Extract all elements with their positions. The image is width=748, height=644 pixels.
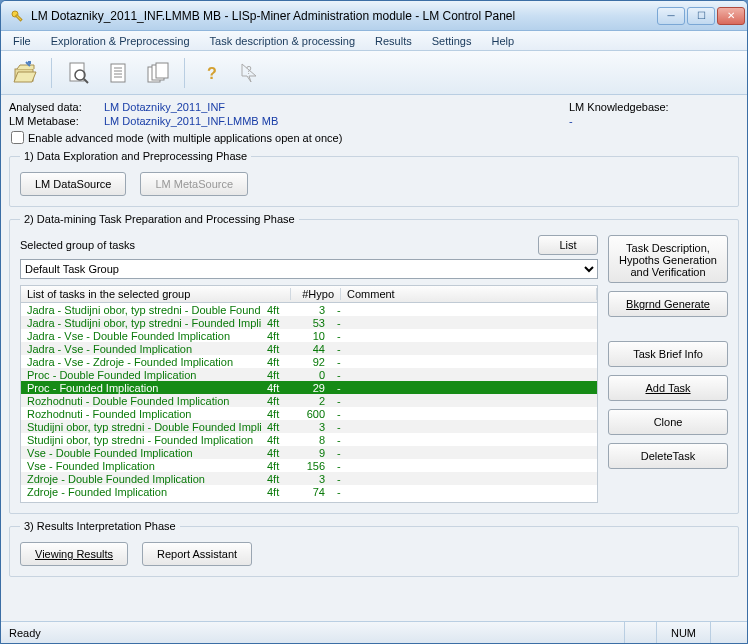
delete-task-button[interactable]: DeleteTask (608, 443, 728, 469)
task-row[interactable]: Studijni obor, typ stredni - Founded Imp… (21, 433, 597, 446)
svg-rect-1 (16, 14, 22, 20)
task-row[interactable]: Jadra - Studijni obor, typ stredni - Fou… (21, 316, 597, 329)
task-row[interactable]: Proc - Double Founded Implication4ft0- (21, 368, 597, 381)
knowledgebase-value[interactable]: - (569, 115, 739, 127)
task-type: 4ft (261, 434, 291, 446)
col-hypo-header[interactable]: #Hypo (291, 288, 341, 300)
task-row[interactable]: Rozhodnuti - Founded Implication4ft600- (21, 407, 597, 420)
task-name: Vse - Double Founded Implication (21, 447, 261, 459)
task-hypo: 8 (291, 434, 331, 446)
task-row[interactable]: Vse - Founded Implication4ft156- (21, 459, 597, 472)
task-comment: - (331, 343, 597, 355)
task-hypo: 0 (291, 369, 331, 381)
menu-help[interactable]: Help (483, 33, 522, 49)
task-row[interactable]: Jadra - Vse - Founded Implication4ft44- (21, 342, 597, 355)
task-hypo: 2 (291, 395, 331, 407)
selected-group-label: Selected group of tasks (20, 239, 530, 251)
task-hypo: 29 (291, 382, 331, 394)
clone-button[interactable]: Clone (608, 409, 728, 435)
toolbar-whatsthis-icon[interactable]: ? (233, 55, 269, 91)
status-blank (624, 622, 656, 643)
menu-file[interactable]: File (5, 33, 39, 49)
toolbar-preview-icon[interactable] (60, 55, 96, 91)
task-row[interactable]: Jadra - Vse - Double Founded Implication… (21, 329, 597, 342)
task-hypo: 156 (291, 460, 331, 472)
status-ready: Ready (9, 627, 41, 639)
close-button[interactable]: ✕ (717, 7, 745, 25)
toolbar-doc-icon[interactable] (100, 55, 136, 91)
task-row[interactable]: Rozhodnuti - Double Founded Implication4… (21, 394, 597, 407)
task-name: Vse - Founded Implication (21, 460, 261, 472)
menu-exploration[interactable]: Exploration & Preprocessing (43, 33, 198, 49)
status-num: NUM (656, 622, 710, 643)
app-window: LM Dotazniky_2011_INF.LMMB MB - LISp-Min… (0, 0, 748, 644)
task-comment: - (331, 460, 597, 472)
task-name: Studijni obor, typ stredni - Founded Imp… (21, 434, 261, 446)
task-type: 4ft (261, 460, 291, 472)
phase3-fieldset: 3) Results Interpretation Phase Viewing … (9, 520, 739, 577)
lm-metasource-button: LM MetaSource (140, 172, 248, 196)
report-assistant-button[interactable]: Report Assistant (142, 542, 252, 566)
task-comment: - (331, 447, 597, 459)
advanced-mode-checkbox[interactable] (11, 131, 24, 144)
list-button[interactable]: List (538, 235, 598, 255)
task-name: Rozhodnuti - Founded Implication (21, 408, 261, 420)
task-list-header: List of tasks in the selected group #Hyp… (20, 285, 598, 303)
menu-settings[interactable]: Settings (424, 33, 480, 49)
task-row[interactable]: Studijni obor, typ stredni - Double Foun… (21, 420, 597, 433)
task-row[interactable]: Jadra - Studijni obor, typ stredni - Dou… (21, 303, 597, 316)
toolbar-docs-icon[interactable] (140, 55, 176, 91)
menu-results[interactable]: Results (367, 33, 420, 49)
task-type: 4ft (261, 330, 291, 342)
titlebar[interactable]: LM Dotazniky_2011_INF.LMMB MB - LISp-Min… (1, 1, 747, 31)
toolbar-open-icon[interactable] (7, 55, 43, 91)
task-row[interactable]: Proc - Founded Implication4ft29- (21, 381, 597, 394)
lm-datasource-button[interactable]: LM DataSource (20, 172, 126, 196)
task-row[interactable]: Zdroje - Founded Implication4ft74- (21, 485, 597, 498)
task-hypo: 74 (291, 486, 331, 498)
task-brief-info-button[interactable]: Task Brief Info (608, 341, 728, 367)
task-comment: - (331, 434, 597, 446)
task-row[interactable]: Vse - Double Founded Implication4ft9- (21, 446, 597, 459)
phase1-legend: 1) Data Exploration and Preprocessing Ph… (20, 150, 251, 162)
col-name-header[interactable]: List of tasks in the selected group (21, 288, 291, 300)
task-type: 4ft (261, 395, 291, 407)
task-hypo: 44 (291, 343, 331, 355)
task-group-combo[interactable]: Default Task Group (20, 259, 598, 279)
svg-text:?: ? (246, 65, 252, 76)
task-row[interactable]: Zdroje - Double Founded Implication4ft3- (21, 472, 597, 485)
svg-rect-13 (156, 63, 168, 78)
bkgrnd-generate-button[interactable]: Bkgrnd Generate (608, 291, 728, 317)
task-name: Jadra - Studijni obor, typ stredni - Fou… (21, 317, 261, 329)
minimize-button[interactable]: ─ (657, 7, 685, 25)
metabase-link[interactable]: LM Dotazniky_2011_INF.LMMB MB (104, 115, 278, 127)
task-type: 4ft (261, 473, 291, 485)
task-name: Rozhodnuti - Double Founded Implication (21, 395, 261, 407)
add-task-button[interactable]: Add Task (608, 375, 728, 401)
toolbar: ? ? (1, 51, 747, 95)
task-type: 4ft (261, 369, 291, 381)
analysed-data-link[interactable]: LM Dotazniky_2011_INF (104, 101, 225, 113)
task-hypo: 3 (291, 304, 331, 316)
advanced-mode-label: Enable advanced mode (with multiple appl… (28, 132, 342, 144)
task-name: Proc - Double Founded Implication (21, 369, 261, 381)
toolbar-help-icon[interactable]: ? (193, 55, 229, 91)
menu-task[interactable]: Task description & processing (202, 33, 364, 49)
task-row[interactable]: Jadra - Vse - Zdroje - Founded Implicati… (21, 355, 597, 368)
task-comment: - (331, 304, 597, 316)
window-title: LM Dotazniky_2011_INF.LMMB MB - LISp-Min… (31, 9, 657, 23)
svg-text:?: ? (207, 65, 217, 82)
task-description-button[interactable]: Task Description, Hypoths Generation and… (608, 235, 728, 283)
task-list[interactable]: Jadra - Studijni obor, typ stredni - Dou… (20, 303, 598, 503)
task-name: Zdroje - Double Founded Implication (21, 473, 261, 485)
task-name: Jadra - Vse - Double Founded Implication (21, 330, 261, 342)
task-comment: - (331, 473, 597, 485)
task-type: 4ft (261, 356, 291, 368)
col-comment-header[interactable]: Comment (341, 288, 597, 300)
viewing-results-button[interactable]: Viewing Results (20, 542, 128, 566)
task-hypo: 10 (291, 330, 331, 342)
maximize-button[interactable]: ☐ (687, 7, 715, 25)
task-type: 4ft (261, 447, 291, 459)
task-type: 4ft (261, 408, 291, 420)
svg-line-5 (84, 79, 88, 83)
